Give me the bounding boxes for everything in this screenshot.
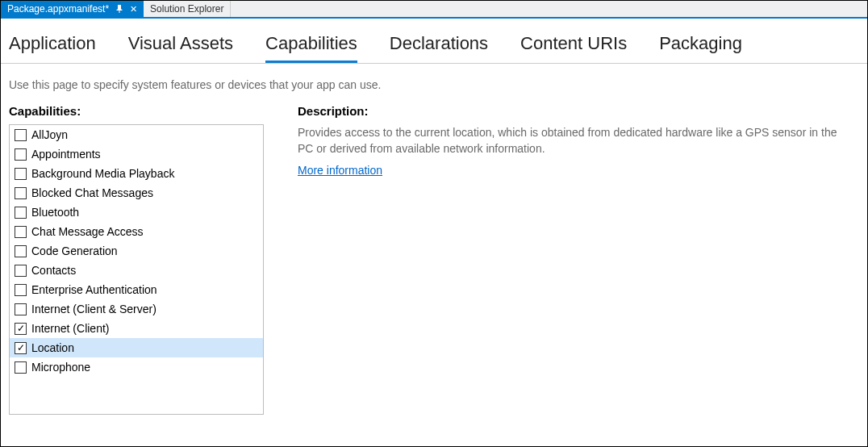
capability-item[interactable]: ✓Internet (Client) bbox=[10, 319, 263, 338]
capability-item[interactable]: Microphone bbox=[10, 357, 263, 377]
capability-label: Internet (Client & Server) bbox=[31, 303, 156, 315]
capability-item[interactable]: Code Generation bbox=[10, 241, 263, 261]
capability-label: Internet (Client) bbox=[31, 322, 109, 335]
tab-declarations[interactable]: Declarations bbox=[390, 33, 488, 63]
document-tab-label: Solution Explorer bbox=[150, 3, 223, 15]
capability-checkbox[interactable]: ✓ bbox=[15, 323, 27, 335]
capability-checkbox[interactable] bbox=[15, 187, 27, 199]
capability-label: Appointments bbox=[31, 148, 101, 161]
capability-item[interactable]: ✓Location bbox=[10, 338, 263, 357]
tab-content-uris[interactable]: Content URIs bbox=[520, 33, 627, 63]
manifest-tab-bar: ApplicationVisual AssetsCapabilitiesDecl… bbox=[1, 19, 867, 64]
capability-item[interactable]: AllJoyn bbox=[10, 125, 263, 144]
capabilities-listbox[interactable]: AllJoynAppointmentsBackground Media Play… bbox=[9, 124, 264, 415]
capability-label: Chat Message Access bbox=[31, 225, 144, 238]
capability-label: Contacts bbox=[31, 264, 76, 277]
capability-label: Location bbox=[31, 341, 74, 354]
tab-capabilities[interactable]: Capabilities bbox=[265, 33, 357, 63]
capability-label: Code Generation bbox=[31, 244, 118, 257]
document-tab-active[interactable]: Package.appxmanifest* ✕ bbox=[1, 1, 144, 17]
tab-packaging[interactable]: Packaging bbox=[659, 33, 742, 63]
capability-checkbox[interactable] bbox=[15, 168, 27, 180]
capability-label: AllJoyn bbox=[31, 128, 68, 141]
document-tab-inactive[interactable]: Solution Explorer bbox=[144, 1, 231, 17]
capability-label: Background Media Playback bbox=[31, 167, 174, 180]
capability-item[interactable]: Enterprise Authentication bbox=[10, 280, 263, 299]
capability-item[interactable]: Chat Message Access bbox=[10, 222, 263, 241]
document-tabstrip: Package.appxmanifest* ✕ Solution Explore… bbox=[1, 1, 867, 19]
capability-label: Blocked Chat Messages bbox=[31, 186, 153, 199]
capability-item[interactable]: Blocked Chat Messages bbox=[10, 183, 263, 203]
capability-item[interactable]: Internet (Client & Server) bbox=[10, 299, 263, 319]
capability-item[interactable]: Bluetooth bbox=[10, 203, 263, 222]
more-information-link[interactable]: More information bbox=[298, 164, 382, 177]
capability-item[interactable]: Appointments bbox=[10, 144, 263, 164]
capability-checkbox[interactable] bbox=[15, 303, 27, 315]
capability-checkbox[interactable] bbox=[15, 226, 27, 238]
capabilities-heading: Capabilities: bbox=[9, 104, 264, 118]
description-heading: Description: bbox=[298, 104, 851, 118]
capability-label: Microphone bbox=[31, 361, 90, 374]
close-icon[interactable]: ✕ bbox=[130, 4, 137, 15]
capability-checkbox[interactable] bbox=[15, 129, 27, 141]
page-help-text: Use this page to specify system features… bbox=[1, 64, 867, 104]
capability-label: Bluetooth bbox=[31, 206, 79, 219]
pin-icon[interactable] bbox=[115, 5, 123, 13]
capability-checkbox[interactable] bbox=[15, 265, 27, 277]
tab-visual-assets[interactable]: Visual Assets bbox=[128, 33, 233, 63]
capability-checkbox[interactable]: ✓ bbox=[15, 342, 27, 354]
capability-checkbox[interactable] bbox=[15, 245, 27, 257]
capability-label: Enterprise Authentication bbox=[31, 283, 157, 296]
capability-checkbox[interactable] bbox=[15, 361, 27, 374]
capability-checkbox[interactable] bbox=[15, 284, 27, 296]
capability-checkbox[interactable] bbox=[15, 148, 27, 161]
tab-application[interactable]: Application bbox=[9, 33, 96, 63]
capability-item[interactable]: Contacts bbox=[10, 261, 263, 280]
capability-checkbox[interactable] bbox=[15, 207, 27, 219]
capability-item[interactable]: Background Media Playback bbox=[10, 164, 263, 183]
description-text: Provides access to the current location,… bbox=[298, 124, 851, 157]
document-tab-label: Package.appxmanifest* bbox=[7, 3, 109, 15]
